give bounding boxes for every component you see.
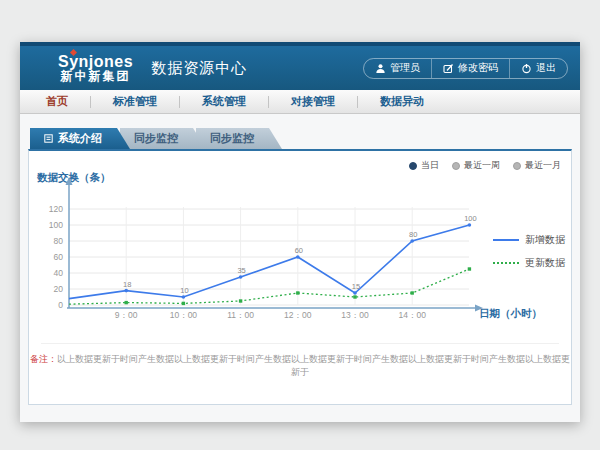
user-icon	[375, 63, 386, 74]
svg-text:11：00: 11：00	[227, 310, 254, 320]
svg-text:80: 80	[54, 236, 64, 246]
legend-label: 新增数据	[525, 233, 565, 247]
svg-text:15: 15	[352, 282, 360, 291]
footnote: 备注：以上数据更新于时间产生数据以上数据更新于时间产生数据以上数据更新于时间产生…	[29, 353, 571, 379]
nav-item-data-changes[interactable]: 数据异动	[358, 94, 446, 109]
user-label: 管理员	[390, 61, 420, 75]
svg-text:14：00: 14：00	[398, 310, 426, 320]
footnote-prefix: 备注：	[30, 354, 57, 364]
page-title: 数据资源中心	[151, 59, 247, 78]
panel-divider	[41, 343, 559, 344]
svg-text:10：00: 10：00	[170, 310, 198, 320]
legend-new-data[interactable]: 新增数据	[493, 233, 565, 247]
nav-item-home[interactable]: 首页	[24, 94, 90, 109]
app-header: Synjones 新中新集团 数据资源中心 管理员 修改密码 退出	[20, 42, 580, 90]
x-axis-title: 日期（小时）	[479, 307, 542, 321]
tab-label: 同步监控	[134, 132, 178, 144]
svg-text:80: 80	[409, 230, 417, 239]
svg-text:18: 18	[123, 280, 131, 289]
svg-text:0: 0	[58, 300, 63, 310]
svg-text:60: 60	[54, 252, 64, 262]
solid-line-swatch-icon	[493, 239, 519, 241]
svg-text:10: 10	[180, 286, 188, 295]
footnote-text: 以上数据更新于时间产生数据以上数据更新于时间产生数据以上数据更新于时间产生数据以…	[57, 354, 570, 377]
user-button[interactable]: 管理员	[364, 59, 431, 78]
logo-spark-icon	[70, 49, 77, 56]
power-icon	[521, 63, 532, 74]
svg-text:100: 100	[464, 214, 477, 223]
svg-text:20: 20	[54, 284, 64, 294]
svg-text:120: 120	[49, 204, 63, 214]
logout-button[interactable]: 退出	[509, 59, 567, 78]
legend-label: 更新数据	[525, 256, 565, 270]
svg-text:9：00: 9：00	[115, 310, 138, 320]
change-password-button[interactable]: 修改密码	[431, 59, 509, 78]
svg-text:12：00: 12：00	[284, 310, 312, 320]
svg-text:40: 40	[54, 268, 64, 278]
logo-company-name: 新中新集团	[58, 70, 133, 83]
nav-item-system-management[interactable]: 系统管理	[180, 94, 268, 109]
document-icon	[44, 134, 53, 143]
svg-text:13：00: 13：00	[341, 310, 369, 320]
tab-label: 系统介绍	[58, 132, 102, 144]
tab-bar: 系统介绍 同步监控 同步监控	[30, 128, 572, 149]
svg-text:100: 100	[49, 220, 63, 230]
content-panel: 当日 最近一周 最近一月 数据交换（条） 0204060801001209：00…	[28, 149, 572, 405]
svg-text:35: 35	[237, 266, 245, 275]
tab-label: 同步监控	[210, 132, 254, 144]
main-nav: 首页 标准管理 系统管理 对接管理 数据异动	[20, 90, 580, 114]
nav-item-standard-management[interactable]: 标准管理	[91, 94, 179, 109]
dotted-line-swatch-icon	[493, 262, 519, 264]
change-password-label: 修改密码	[458, 61, 498, 75]
header-actions: 管理员 修改密码 退出	[363, 58, 568, 79]
legend-updated-data[interactable]: 更新数据	[493, 256, 565, 270]
company-logo: Synjones 新中新集团	[58, 53, 133, 84]
edit-icon	[443, 63, 454, 74]
tab-system-intro[interactable]: 系统介绍	[30, 128, 130, 149]
logo-wordmark: Synjones	[58, 53, 133, 71]
app-window: Synjones 新中新集团 数据资源中心 管理员 修改密码 退出 首页 标准管…	[20, 42, 580, 422]
tab-sync-monitor-2[interactable]: 同步监控	[196, 128, 282, 149]
nav-item-interface-management[interactable]: 对接管理	[269, 94, 357, 109]
svg-text:60: 60	[295, 246, 303, 255]
tab-sync-monitor-1[interactable]: 同步监控	[120, 128, 206, 149]
chart-legend: 新增数据 更新数据	[493, 233, 565, 270]
logout-label: 退出	[536, 61, 556, 75]
